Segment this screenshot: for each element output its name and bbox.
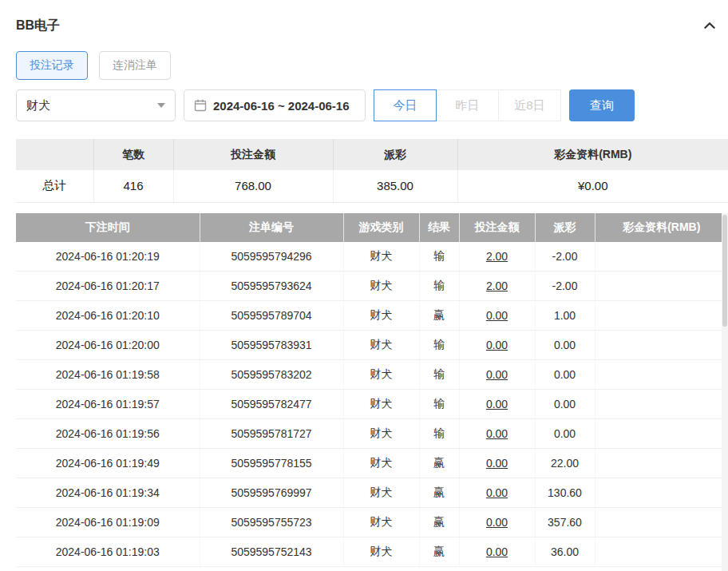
- bet-payout: 357.60: [535, 508, 595, 537]
- game-select[interactable]: 财犬: [16, 89, 176, 121]
- bet-payout: 130.60: [535, 478, 595, 508]
- bet-time: 2024-06-16 01:19:03: [16, 537, 200, 567]
- bet-payout: 36.00: [535, 537, 595, 567]
- summary-total-bonus: ¥0.00: [457, 170, 728, 202]
- bet-order-no: 5059595781727: [200, 419, 343, 449]
- bet-order-no: 5059595783931: [200, 331, 343, 360]
- bet-amount-link[interactable]: 0.00: [459, 419, 535, 449]
- bet-table-body: 2024-06-16 01:20:19 5059595794296 财犬 输 2…: [16, 242, 728, 567]
- bet-amount-link[interactable]: 0.00: [459, 478, 535, 508]
- bet-time: 2024-06-16 01:20:19: [16, 242, 200, 272]
- tab-cancelled-orders[interactable]: 连消注单: [99, 51, 171, 80]
- search-button[interactable]: 查询: [569, 89, 635, 121]
- table-row: 2024-06-16 01:19:56 5059595781727 财犬 输 0…: [16, 419, 728, 449]
- quick-yesterday-button[interactable]: 昨日: [436, 89, 499, 121]
- bet-amount-link[interactable]: 0.00: [459, 537, 535, 567]
- scrollbar-thumb[interactable]: [722, 215, 727, 327]
- bet-time: 2024-06-16 01:19:49: [16, 449, 200, 478]
- panel-header: BB电子: [16, 18, 728, 34]
- summary-header-bonus: 彩金资料(RMB): [457, 139, 728, 170]
- table-row: 2024-06-16 01:19:58 5059595783202 财犬 输 0…: [16, 360, 728, 390]
- bet-result: 输: [419, 272, 459, 301]
- table-row: 2024-06-16 01:20:00 5059595783931 财犬 输 0…: [16, 331, 728, 360]
- bet-game: 财犬: [343, 331, 419, 360]
- bet-amount-link[interactable]: 0.00: [459, 390, 535, 419]
- bet-time: 2024-06-16 01:19:09: [16, 508, 200, 537]
- game-select-value: 财犬: [26, 98, 50, 113]
- filter-bar: 财犬 2024-06-16 ~ 2024-06-16 今日 昨日 近8日 查询: [16, 89, 728, 121]
- bet-order-no: 5059595782477: [200, 390, 343, 419]
- col-bet-amount: 投注金额: [459, 213, 535, 242]
- bet-game: 财犬: [343, 360, 419, 390]
- summary-header-count: 笔数: [93, 139, 173, 170]
- bet-order-no: 5059595752143: [200, 537, 343, 567]
- chevron-down-icon: [157, 103, 165, 108]
- bet-amount-link[interactable]: 0.00: [459, 508, 535, 537]
- bet-order-no: 5059595783202: [200, 360, 343, 390]
- bet-result: 赢: [419, 508, 459, 537]
- col-result: 结果: [419, 213, 459, 242]
- panel-title: BB电子: [16, 18, 60, 34]
- bet-result: 输: [419, 242, 459, 272]
- bet-order-no: 5059595769997: [200, 478, 343, 508]
- bet-bonus: [595, 390, 728, 419]
- bet-game: 财犬: [343, 272, 419, 301]
- date-range-value: 2024-06-16 ~ 2024-06-16: [213, 99, 350, 113]
- bet-amount-link[interactable]: 2.00: [459, 272, 535, 301]
- bet-result: 赢: [419, 449, 459, 478]
- bet-time: 2024-06-16 01:19:56: [16, 419, 200, 449]
- bet-result: 赢: [419, 537, 459, 567]
- table-row: 2024-06-16 01:20:10 5059595789704 财犬 赢 0…: [16, 301, 728, 331]
- bet-amount-link[interactable]: 0.00: [459, 301, 535, 331]
- bet-time: 2024-06-16 01:20:10: [16, 301, 200, 331]
- summary-header-empty: [16, 139, 93, 170]
- bet-bonus: [595, 360, 728, 390]
- bet-payout: -2.00: [535, 242, 595, 272]
- chevron-up-icon[interactable]: [702, 18, 717, 33]
- quick-date-group: 今日 昨日 近8日: [374, 89, 561, 121]
- scrollbar[interactable]: [722, 213, 728, 571]
- table-row: 2024-06-16 01:19:03 5059595752143 财犬 赢 0…: [16, 537, 728, 567]
- bet-game: 财犬: [343, 419, 419, 449]
- col-game-type: 游戏类别: [343, 213, 419, 242]
- bet-amount-link[interactable]: 0.00: [459, 449, 535, 478]
- table-row: 2024-06-16 01:19:57 5059595782477 财犬 输 0…: [16, 390, 728, 419]
- bet-order-no: 5059595794296: [200, 242, 343, 272]
- table-row: 2024-06-16 01:20:19 5059595794296 财犬 输 2…: [16, 242, 728, 272]
- bet-bonus: [595, 301, 728, 331]
- bet-order-no: 5059595755723: [200, 508, 343, 537]
- bet-time: 2024-06-16 01:19:34: [16, 478, 200, 508]
- bet-table-header-row: 下注时间 注单编号 游戏类别 结果 投注金额 派彩 彩金资料(RMB): [16, 213, 728, 242]
- bet-time: 2024-06-16 01:19:58: [16, 360, 200, 390]
- tab-bet-records[interactable]: 投注记录: [16, 51, 88, 80]
- bet-result: 输: [419, 390, 459, 419]
- col-bet-time: 下注时间: [16, 213, 200, 242]
- bet-payout: 1.00: [535, 301, 595, 331]
- table-row: 2024-06-16 01:20:17 5059595793624 财犬 输 2…: [16, 272, 728, 301]
- quick-last8days-button[interactable]: 近8日: [498, 89, 561, 121]
- bet-payout: 0.00: [535, 331, 595, 360]
- summary-total-payout: 385.00: [333, 170, 457, 202]
- bet-result: 输: [419, 419, 459, 449]
- date-range-input[interactable]: 2024-06-16 ~ 2024-06-16: [184, 89, 366, 121]
- bet-bonus: [595, 449, 728, 478]
- quick-today-button[interactable]: 今日: [374, 89, 437, 121]
- bet-result: 输: [419, 360, 459, 390]
- table-row: 2024-06-16 01:19:49 5059595778155 财犬 赢 0…: [16, 449, 728, 478]
- bet-result: 赢: [419, 478, 459, 508]
- bet-game: 财犬: [343, 478, 419, 508]
- bet-bonus: [595, 478, 728, 508]
- bet-amount-link[interactable]: 0.00: [459, 331, 535, 360]
- bet-amount-link[interactable]: 0.00: [459, 360, 535, 390]
- bet-game: 财犬: [343, 301, 419, 331]
- bet-game: 财犬: [343, 508, 419, 537]
- bet-result: 输: [419, 331, 459, 360]
- table-row: 2024-06-16 01:19:34 5059595769997 财犬 赢 0…: [16, 478, 728, 508]
- summary-total-bet-amount: 768.00: [173, 170, 333, 202]
- bet-amount-link[interactable]: 2.00: [459, 242, 535, 272]
- table-row: 2024-06-16 01:19:09 5059595755723 财犬 赢 0…: [16, 508, 728, 537]
- bet-bonus: [595, 508, 728, 537]
- bet-game: 财犬: [343, 449, 419, 478]
- bet-game: 财犬: [343, 242, 419, 272]
- bet-payout: 0.00: [535, 390, 595, 419]
